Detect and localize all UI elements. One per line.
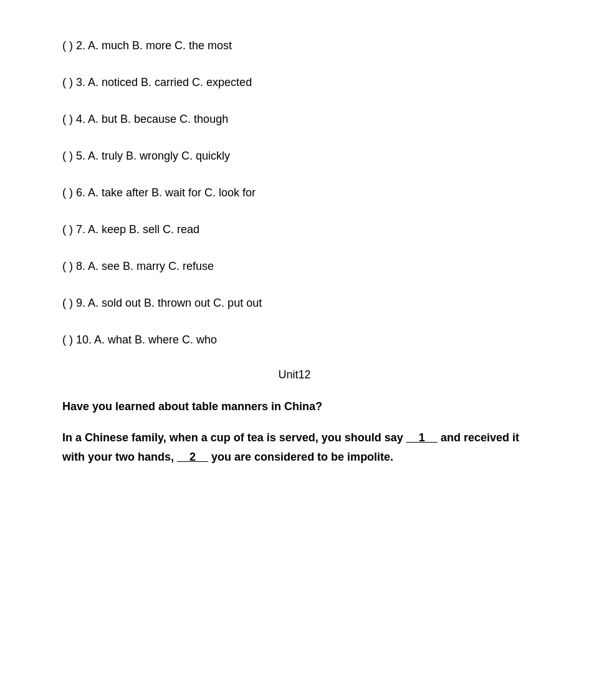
question-3: ( ) 3. A. noticed B. carried C. expected	[62, 74, 527, 91]
question-8-text: ( ) 8. A. see B. marry C. refuse	[62, 258, 527, 275]
question-5-text: ( ) 5. A. truly B. wrongly C. quickly	[62, 148, 527, 165]
question-5: ( ) 5. A. truly B. wrongly C. quickly	[62, 148, 527, 165]
section-title: Have you learned about table manners in …	[62, 400, 527, 413]
question-9: ( ) 9. A. sold out B. thrown out C. put …	[62, 295, 527, 312]
question-2: ( ) 2. A. much B. more C. the most	[62, 37, 527, 54]
unit-title: Unit12	[62, 368, 527, 381]
question-6-text: ( ) 6. A. take after B. wait for C. look…	[62, 185, 527, 201]
question-9-text: ( ) 9. A. sold out B. thrown out C. put …	[62, 295, 527, 312]
passage-part1: In a Chinese family, when a cup of tea i…	[62, 431, 406, 444]
question-3-text: ( ) 3. A. noticed B. carried C. expected	[62, 74, 527, 91]
question-8: ( ) 8. A. see B. marry C. refuse	[62, 258, 527, 275]
question-7-text: ( ) 7. A. keep B. sell C. read	[62, 221, 527, 238]
question-7: ( ) 7. A. keep B. sell C. read	[62, 221, 527, 238]
page: ( ) 2. A. much B. more C. the most ( ) 3…	[0, 0, 589, 504]
blank-1: __1__	[406, 431, 438, 444]
passage: In a Chinese family, when a cup of tea i…	[62, 428, 527, 466]
question-4: ( ) 4. A. but B. because C. though	[62, 111, 527, 128]
blank-2: __2__	[177, 451, 208, 463]
question-2-text: ( ) 2. A. much B. more C. the most	[62, 37, 527, 54]
passage-part3: you are considered to be impolite.	[208, 451, 393, 463]
question-4-text: ( ) 4. A. but B. because C. though	[62, 111, 527, 128]
question-6: ( ) 6. A. take after B. wait for C. look…	[62, 185, 527, 201]
question-10-text: ( ) 10. A. what B. where C. who	[62, 332, 527, 348]
question-10: ( ) 10. A. what B. where C. who	[62, 332, 527, 348]
